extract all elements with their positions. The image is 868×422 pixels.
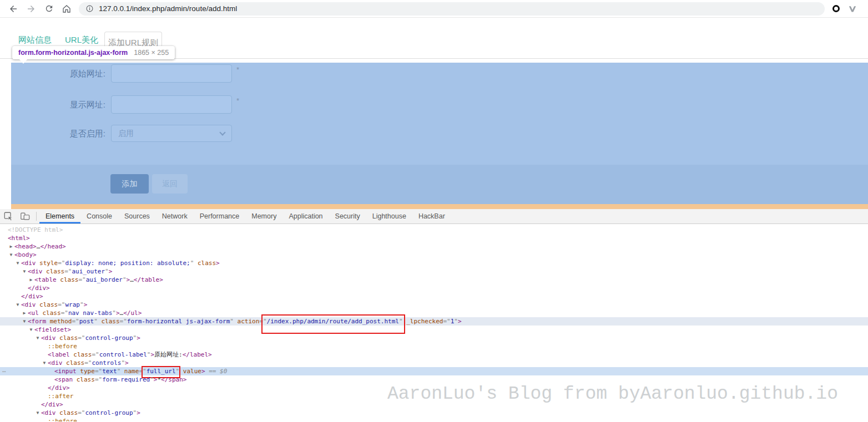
dom-tree-line[interactable]: ▼<div class="aui_outer"> — [0, 267, 868, 276]
bookmark-button[interactable] — [809, 4, 818, 13]
text-input[interactable] — [111, 64, 232, 83]
add-button[interactable]: 添加 — [110, 174, 149, 194]
code-token: =" — [84, 359, 92, 367]
text-input[interactable] — [111, 95, 232, 114]
code-token: 原始网址: — [154, 351, 183, 358]
page-tab-1[interactable]: 网站信息 — [18, 35, 52, 45]
code-token: " — [143, 368, 147, 375]
home-icon — [62, 4, 72, 14]
code-token: _lpchecked — [403, 318, 443, 325]
enable-select[interactable]: 启用 — [111, 125, 232, 142]
dom-tree-line[interactable]: ▼<fieldset> — [0, 326, 868, 334]
code-token: ::before — [48, 418, 77, 421]
devtools-tabs: ElementsConsoleSourcesNetworkPerformance… — [39, 209, 451, 223]
page-info-icon[interactable] — [85, 4, 94, 13]
dom-tree-line[interactable]: ▶<head>…</head> — [0, 242, 868, 251]
more-actions-icon[interactable]: … — [2, 366, 7, 374]
dom-tree-line[interactable]: ::after — [0, 392, 868, 400]
v-extension-icon[interactable] — [848, 4, 857, 13]
devtools-tab-sources[interactable]: Sources — [118, 209, 156, 223]
code-token: type — [77, 368, 95, 375]
return-button[interactable]: 返回 — [152, 174, 188, 194]
elements-panel: <!DOCTYPE html><html>▶<head>…</head>▼<bo… — [0, 224, 868, 421]
required-asterisk: * — [236, 96, 239, 105]
code-token: = — [259, 318, 263, 325]
devtools-tab-application[interactable]: Application — [282, 209, 329, 223]
collapse-arrow-icon[interactable]: ▼ — [34, 334, 41, 342]
forward-arrow-icon — [26, 4, 36, 14]
dom-tree-line[interactable]: ▼<body> — [0, 251, 868, 259]
collapse-arrow-icon[interactable]: ▼ — [8, 251, 14, 259]
code-token: " — [399, 318, 403, 325]
home-button[interactable] — [59, 2, 74, 16]
devtools-tab-network[interactable]: Network — [156, 209, 194, 223]
code-token: control-group — [85, 409, 133, 416]
code-token: <head> — [14, 243, 37, 250]
code-token: <div — [21, 301, 36, 308]
page-tab-2[interactable]: URL美化 — [65, 35, 98, 45]
collapse-arrow-icon[interactable]: ▼ — [21, 267, 28, 276]
device-toolbar-button[interactable] — [17, 209, 33, 223]
code-token: </div> — [28, 284, 50, 292]
code-token: <table — [34, 276, 57, 283]
devtools-tab-elements[interactable]: Elements — [39, 209, 80, 223]
form-row: 是否启用:启用 — [11, 125, 868, 142]
dom-tree-line[interactable]: </div> — [0, 284, 868, 292]
code-token: class — [73, 376, 95, 383]
dom-tree-line[interactable]: <!DOCTYPE html> — [0, 226, 868, 234]
code-token: > — [84, 301, 88, 308]
code-token: " — [112, 309, 116, 317]
dom-tree-line[interactable]: ▼<div style="display: none; position: ab… — [0, 259, 868, 267]
dom-tree-line[interactable]: ▼<form method="post" class="form-horizon… — [0, 317, 868, 326]
dom-tree-line[interactable]: </div> — [0, 292, 868, 301]
dom-tree-line[interactable]: ▼<div class="wrap"> — [0, 301, 868, 309]
reload-button[interactable] — [41, 2, 57, 16]
back-arrow-icon — [8, 4, 18, 14]
devtools-tab-memory[interactable]: Memory — [245, 209, 282, 223]
dom-tree-line[interactable]: ::before — [0, 417, 868, 421]
code-token: " — [150, 376, 154, 383]
collapse-arrow-icon[interactable]: ▼ — [28, 326, 34, 334]
code-token: </span> — [161, 376, 186, 383]
dom-tree-line[interactable]: ▶<table class="aui_border">…</table> — [0, 276, 868, 284]
dom-tree-line[interactable]: </div> — [0, 384, 868, 392]
collapse-arrow-icon[interactable]: ▼ — [14, 301, 21, 309]
circle-extension-icon[interactable] — [832, 5, 840, 12]
devtools-tab-lighthouse[interactable]: Lighthouse — [366, 209, 412, 223]
code-token: <html> — [8, 235, 30, 242]
code-token: full_url — [147, 368, 176, 375]
collapse-arrow-icon[interactable]: ▼ — [41, 359, 48, 367]
devtools-tab-performance[interactable]: Performance — [194, 209, 246, 223]
dom-tree-line[interactable]: …<input type="text" name="full_url" valu… — [0, 367, 868, 375]
collapse-arrow-icon[interactable]: ▼ — [14, 259, 21, 267]
code-token: class — [43, 268, 65, 275]
collapse-arrow-icon[interactable]: ▼ — [34, 409, 41, 417]
dom-tree-line[interactable]: <label class="control-label">原始网址:</labe… — [0, 350, 868, 359]
inspect-element-button[interactable] — [0, 209, 17, 223]
expand-arrow-icon[interactable]: ▶ — [21, 309, 28, 317]
form-row: 显示网址:* — [11, 95, 868, 114]
collapse-arrow-icon[interactable]: ▼ — [21, 317, 28, 326]
dom-tree-line[interactable]: </div> — [0, 400, 868, 409]
dom-tree-line[interactable]: ▶<ul class="nav nav-tabs">…</ul> — [0, 309, 868, 317]
dom-tree-line[interactable]: ▼<div class="control-group"> — [0, 409, 868, 417]
dom-tree-line[interactable]: <span class="form-required">*</span> — [0, 375, 868, 384]
dom-tree-line[interactable]: ▼<div class="control-group"> — [0, 334, 868, 342]
devtools-tab-hackbar[interactable]: HackBar — [412, 209, 451, 223]
code-token: wrap — [65, 301, 80, 308]
url-bar[interactable]: 127.0.0.1/index.php/admin/route/add.html — [79, 2, 825, 16]
code-token: =" — [95, 376, 102, 383]
back-button[interactable] — [6, 2, 21, 16]
expand-arrow-icon[interactable]: ▶ — [28, 276, 34, 284]
dom-tree-line[interactable]: ▼<div class="controls"> — [0, 359, 868, 367]
tooltip-dimensions: 1865 × 255 — [134, 49, 169, 57]
code-token: =" — [72, 318, 79, 325]
forward-button[interactable] — [23, 2, 39, 16]
devtools-tab-security[interactable]: Security — [329, 209, 366, 223]
code-token: <div — [28, 268, 43, 275]
code-token: > — [109, 268, 113, 275]
expand-arrow-icon[interactable]: ▶ — [8, 242, 14, 251]
dom-tree-line[interactable]: <html> — [0, 234, 868, 242]
devtools-tab-console[interactable]: Console — [80, 209, 118, 223]
dom-tree-line[interactable]: ::before — [0, 342, 868, 350]
